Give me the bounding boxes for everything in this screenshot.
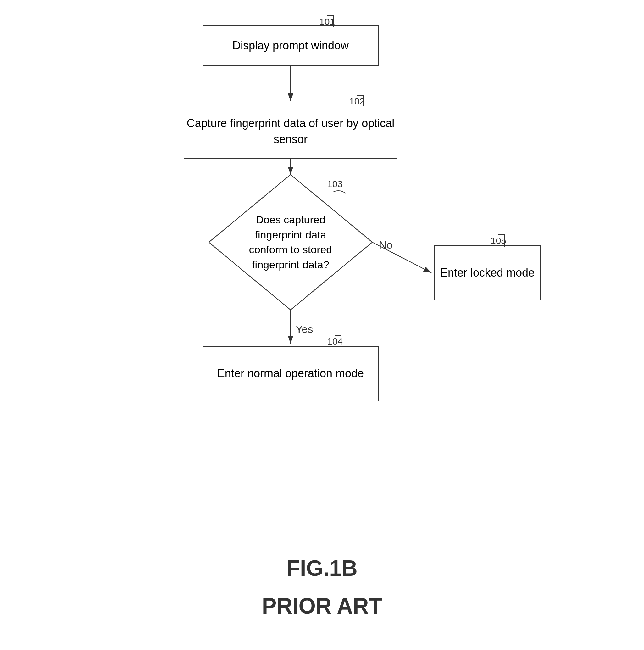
node-103-diamond: Does captured fingerprint data conform t… (209, 175, 372, 310)
node-101: Display prompt window (202, 25, 379, 66)
node-102: Capture fingerprint data of user by opti… (184, 104, 397, 159)
node-101-label: Display prompt window (232, 39, 349, 52)
node-104-label: Enter normal operation mode (217, 366, 364, 381)
node-105-label: Enter locked mode (440, 265, 535, 281)
svg-text:No: No (379, 239, 392, 251)
prior-art-label: PRIOR ART (0, 593, 644, 618)
node-104: Enter normal operation mode (202, 346, 379, 401)
node-103-label: Does captured fingerprint data conform t… (237, 212, 344, 272)
node-102-label: Capture fingerprint data of user by opti… (184, 115, 397, 147)
node-105: Enter locked mode (434, 245, 541, 300)
svg-text:Yes: Yes (296, 323, 313, 335)
figure-label: FIG.1B (0, 555, 644, 581)
svg-line-5 (372, 242, 431, 273)
